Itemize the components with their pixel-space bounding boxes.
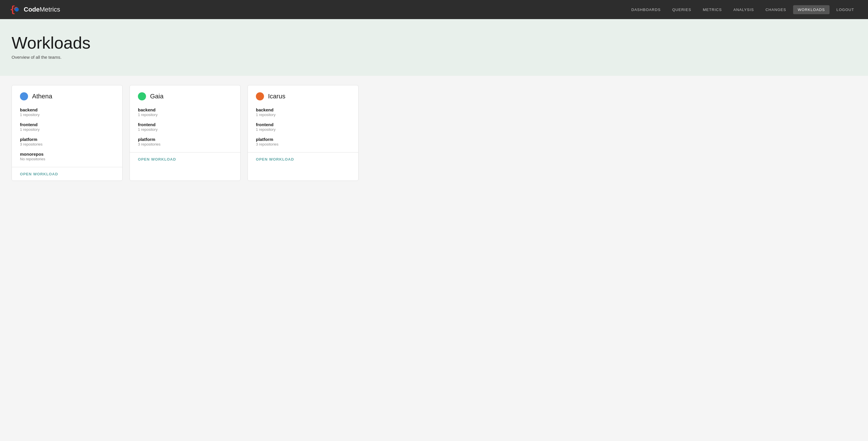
open-workload-btn-icarus[interactable]: OPEN WORKLOAD	[256, 157, 294, 161]
logo-text: CodeMetrics	[24, 6, 60, 13]
workload-item-name: backend	[138, 107, 232, 112]
workload-item-name: frontend	[138, 122, 232, 127]
workload-item-count: 1 repository	[138, 127, 232, 132]
nav-analysis[interactable]: ANALYSIS	[728, 5, 758, 14]
workload-item-name: backend	[256, 107, 350, 112]
open-workload-btn-athena[interactable]: OPEN WORKLOAD	[20, 172, 58, 176]
team-dot-gaia	[138, 92, 146, 100]
hero-section: Workloads Overview of all the teams.	[0, 19, 868, 76]
team-name-gaia: Gaia	[150, 93, 163, 100]
workload-item-name: frontend	[256, 122, 350, 127]
team-name-athena: Athena	[32, 93, 52, 100]
workload-item-name: backend	[20, 107, 114, 112]
teams-grid: Athenabackend1 repositoryfrontend1 repos…	[11, 85, 359, 181]
workload-item-name: platform	[20, 137, 114, 142]
logo-icon: {	[9, 4, 21, 15]
nav-workloads[interactable]: WORKLOADS	[793, 5, 830, 14]
nav-metrics[interactable]: METRICS	[698, 5, 726, 14]
workload-item: platform3 repositories	[138, 137, 232, 146]
workload-item: backend1 repository	[20, 107, 114, 117]
logo: { CodeMetrics	[9, 4, 60, 15]
team-card-gaia: Gaiabackend1 repositoryfrontend1 reposit…	[129, 85, 241, 181]
nav-links: DASHBOARDS QUERIES METRICS ANALYSIS CHAN…	[626, 5, 859, 14]
workload-item: platform3 repositories	[20, 137, 114, 146]
team-name-icarus: Icarus	[268, 93, 285, 100]
workload-item: backend1 repository	[256, 107, 350, 117]
workload-item-name: platform	[256, 137, 350, 142]
workload-item-count: 3 repositories	[138, 142, 232, 146]
nav-dashboards[interactable]: DASHBOARDS	[626, 5, 665, 14]
workload-item: monoreposNo repositories	[20, 152, 114, 161]
page-subtitle: Overview of all the teams.	[11, 55, 857, 60]
workload-item-name: monorepos	[20, 152, 114, 156]
workload-item-name: platform	[138, 137, 232, 142]
workload-item-count: 3 repositories	[20, 142, 114, 146]
open-workload-btn-gaia[interactable]: OPEN WORKLOAD	[138, 157, 176, 161]
workload-item-count: 1 repository	[20, 127, 114, 132]
team-dot-athena	[20, 92, 28, 100]
workload-item-count: 1 repository	[256, 113, 350, 117]
workload-item-count: 3 repositories	[256, 142, 350, 146]
workload-item-count: No repositories	[20, 157, 114, 161]
team-card-athena: Athenabackend1 repositoryfrontend1 repos…	[11, 85, 123, 181]
workload-item-count: 1 repository	[20, 113, 114, 117]
team-card-icarus: Icarusbackend1 repositoryfrontend1 repos…	[248, 85, 359, 181]
main-content: Athenabackend1 repositoryfrontend1 repos…	[0, 76, 868, 441]
nav-logout[interactable]: LOGOUT	[832, 5, 859, 14]
nav-changes[interactable]: CHANGES	[761, 5, 791, 14]
workload-item: frontend1 repository	[256, 122, 350, 132]
page-title: Workloads	[11, 33, 857, 52]
svg-point-2	[15, 7, 19, 11]
nav-queries[interactable]: QUERIES	[668, 5, 696, 14]
team-dot-icarus	[256, 92, 264, 100]
workload-item: platform3 repositories	[256, 137, 350, 146]
workload-item: frontend1 repository	[138, 122, 232, 132]
workload-item-name: frontend	[20, 122, 114, 127]
navbar: { CodeMetrics DASHBOARDS QUERIES METRICS…	[0, 0, 868, 19]
workload-item-count: 1 repository	[256, 127, 350, 132]
workload-item-count: 1 repository	[138, 113, 232, 117]
workload-item: frontend1 repository	[20, 122, 114, 132]
workload-item: backend1 repository	[138, 107, 232, 117]
